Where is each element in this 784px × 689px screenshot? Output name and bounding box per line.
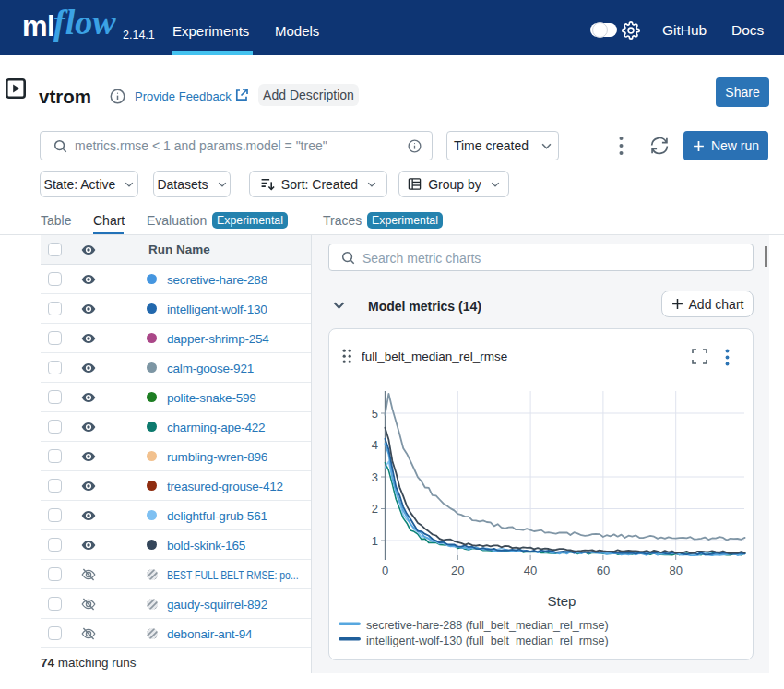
svg-text:4: 4 [372, 438, 378, 452]
svg-text:secretive-hare-288 (full_belt_: secretive-hare-288 (full_belt_median_rel… [366, 619, 609, 632]
svg-text:Step: Step [548, 593, 576, 609]
svg-text:5: 5 [372, 407, 378, 421]
svg-text:60: 60 [597, 564, 610, 577]
svg-text:3: 3 [372, 470, 378, 484]
svg-text:1: 1 [372, 534, 378, 548]
svg-text:40: 40 [524, 564, 537, 577]
svg-text:intelligent-wolf-130 (full_bel: intelligent-wolf-130 (full_belt_median_r… [366, 635, 609, 647]
svg-text:20: 20 [451, 564, 464, 577]
svg-text:0: 0 [382, 564, 388, 577]
svg-text:2: 2 [372, 502, 378, 516]
svg-text:80: 80 [669, 564, 682, 577]
